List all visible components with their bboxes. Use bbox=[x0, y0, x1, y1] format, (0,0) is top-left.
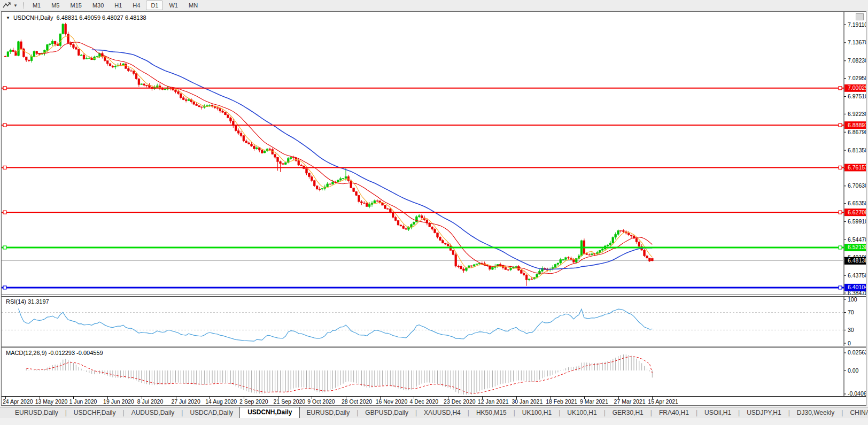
time-axis[interactable]: 24 Apr 202013 May 20201 Jun 202019 Jun 2… bbox=[2, 396, 866, 405]
time-axis-label: 19 Jun 2020 bbox=[103, 398, 134, 405]
svg-text:0.00: 0.00 bbox=[848, 367, 859, 374]
macd-pane: 0.0256230.00-0.040687 MACD(12,26,9) -0.0… bbox=[2, 348, 866, 396]
timeframe-button-m5[interactable]: M5 bbox=[46, 1, 64, 10]
svg-text:6.86790: 6.86790 bbox=[848, 129, 866, 135]
time-axis-label: 14 Aug 2020 bbox=[205, 398, 237, 405]
zigzag-line-icon bbox=[3, 2, 11, 9]
chart-tab-gbpusd-daily[interactable]: GBPUSD,Daily bbox=[359, 408, 415, 418]
time-axis-label: 1 Jun 2020 bbox=[69, 398, 97, 405]
chart-tab-ger30-h1[interactable]: GER30,H1 bbox=[606, 408, 650, 418]
chart-ohlc-values: 6.48831 6.49059 6.48027 6.48138 bbox=[56, 14, 146, 21]
time-axis-label: 4 Dec 2020 bbox=[409, 398, 438, 405]
time-axis-label: 23 Dec 2020 bbox=[444, 398, 476, 405]
svg-text:7.13670: 7.13670 bbox=[848, 39, 866, 45]
timeframe-button-m15[interactable]: M15 bbox=[65, 1, 86, 10]
time-axis-label: 9 Oct 2020 bbox=[307, 398, 335, 405]
time-axis-label: 28 Oct 2020 bbox=[342, 398, 372, 405]
svg-text:6.43750: 6.43750 bbox=[848, 272, 866, 279]
chart-collapse-icon[interactable]: ▼ bbox=[6, 16, 10, 20]
candles-layer bbox=[4, 23, 653, 286]
svg-text:6.97510: 6.97510 bbox=[848, 93, 866, 99]
svg-text:6.62709: 6.62709 bbox=[848, 209, 866, 215]
chart-tab-usdcad-daily[interactable]: USDCAD,Daily bbox=[183, 408, 239, 418]
price-axis[interactable]: 7.191107.136707.082307.029506.975106.922… bbox=[844, 12, 866, 295]
timeframe-button-d1[interactable]: D1 bbox=[146, 1, 163, 10]
price-chart-surface[interactable]: 7.191107.136707.082307.029506.975106.922… bbox=[2, 12, 866, 295]
chart-tab-usoil-h1[interactable]: USOil,H1 bbox=[698, 408, 738, 418]
chart-tab-eurusd-daily[interactable]: EURUSD,Daily bbox=[9, 408, 65, 418]
cursor-tool-icon[interactable] bbox=[2, 1, 12, 10]
svg-text:6.92230: 6.92230 bbox=[848, 111, 866, 117]
chart-tab-uk100-h1[interactable]: UK100,H1 bbox=[516, 408, 558, 418]
macd-signal-line bbox=[26, 357, 652, 393]
svg-text:6.54470: 6.54470 bbox=[848, 236, 866, 243]
svg-text:0: 0 bbox=[848, 340, 851, 346]
svg-text:6.76157: 6.76157 bbox=[848, 164, 866, 171]
svg-text:6.70630: 6.70630 bbox=[848, 182, 866, 189]
svg-text:6.48138: 6.48138 bbox=[848, 257, 866, 264]
macd-label: MACD(12,26,9) -0.012293 -0.004559 bbox=[6, 350, 103, 356]
time-axis-label: 8 Jul 2020 bbox=[137, 398, 163, 405]
time-axis-label: 27 Jul 2020 bbox=[172, 398, 200, 405]
chart-tab-xauusd-h4[interactable]: XAUUSD,H4 bbox=[417, 408, 467, 418]
chart-tab-hk50-m15[interactable]: HK50,M15 bbox=[470, 408, 513, 418]
time-axis-label: 24 Apr 2020 bbox=[3, 398, 33, 405]
time-axis-label: 27 Mar 2021 bbox=[614, 398, 646, 405]
svg-text:6.40104: 6.40104 bbox=[848, 284, 866, 290]
chart-tab-usdchf-daily[interactable]: USDCHF,Daily bbox=[67, 408, 122, 418]
current-price-label: 6.48138 bbox=[844, 257, 866, 265]
time-axis-label: 12 Jan 2021 bbox=[478, 398, 509, 405]
timeframe-button-mn[interactable]: MN bbox=[184, 1, 203, 10]
tool-dropdown-icon[interactable]: ▼ bbox=[13, 3, 18, 8]
svg-text:6.59910: 6.59910 bbox=[848, 218, 866, 225]
timeframe-button-h1[interactable]: H1 bbox=[110, 1, 127, 10]
time-axis-label: 30 Jan 2021 bbox=[512, 398, 543, 405]
chart-tab-dj30-weekly[interactable]: DJ30,Weekly bbox=[790, 408, 841, 418]
timeframe-button-m1[interactable]: M1 bbox=[28, 1, 45, 10]
time-axis-label: 15 Apr 2021 bbox=[648, 398, 678, 405]
top-toolbar: ▼ M1M5M15M30H1H4D1W1MN bbox=[0, 0, 868, 11]
svg-text:6.65350: 6.65350 bbox=[848, 200, 866, 206]
svg-text:6.81350: 6.81350 bbox=[848, 147, 866, 153]
time-axis-label: 2 Sep 2020 bbox=[239, 398, 268, 405]
svg-text:-0.040687: -0.040687 bbox=[848, 390, 866, 396]
chart-tab-china300-h1[interactable]: CHINA300,H1 bbox=[843, 408, 868, 418]
price-pane: 7.191107.136707.082307.029506.975106.922… bbox=[2, 12, 866, 295]
chart-tab-audusd-daily[interactable]: AUDUSD,Daily bbox=[125, 408, 181, 418]
timeframe-button-h4[interactable]: H4 bbox=[128, 1, 145, 10]
timeframe-buttons: M1M5M15M30H1H4D1W1MN bbox=[27, 1, 203, 10]
time-axis-label: 9 Mar 2021 bbox=[580, 398, 608, 405]
svg-text:7.08230: 7.08230 bbox=[848, 57, 866, 64]
svg-text:7.02950: 7.02950 bbox=[848, 75, 866, 81]
chart-tab-eurusd-daily[interactable]: EURUSD,Daily bbox=[300, 408, 356, 418]
rsi-chart-surface[interactable]: 10070300 bbox=[2, 297, 866, 346]
rsi-label: RSI(14) 31.3197 bbox=[6, 298, 49, 305]
chart-tab-usdjpy-h1[interactable]: USDJPY,H1 bbox=[740, 408, 787, 418]
chart-tab-uk100-h1[interactable]: UK100,H1 bbox=[561, 408, 603, 418]
svg-text:30: 30 bbox=[848, 327, 854, 333]
svg-text:6.88897: 6.88897 bbox=[848, 122, 866, 128]
svg-text:7.00029: 7.00029 bbox=[848, 84, 866, 91]
chart-scroll-thumb[interactable] bbox=[856, 13, 864, 20]
time-axis-label: 13 May 2020 bbox=[35, 398, 68, 405]
timeframe-button-m30[interactable]: M30 bbox=[88, 1, 108, 10]
svg-text:70: 70 bbox=[848, 309, 854, 315]
time-axis-label: 18 Feb 2021 bbox=[546, 398, 577, 405]
chart-tab-usdcnh-daily[interactable]: USDCNH,Daily bbox=[239, 407, 300, 418]
rsi-line bbox=[19, 308, 653, 341]
chart-title: ▼ USDCNH,Daily 6.48831 6.49059 6.48027 6… bbox=[6, 14, 146, 21]
chart-tabbar: EURUSD,Daily|USDCHF,Daily|AUDUSD,Daily|U… bbox=[0, 407, 868, 418]
svg-text:100: 100 bbox=[848, 297, 857, 303]
timeframe-button-w1[interactable]: W1 bbox=[164, 1, 183, 10]
level-lines-layer[interactable]: 7.000296.888976.761576.627096.521386.401… bbox=[2, 84, 866, 291]
ma-lines-layer bbox=[16, 36, 653, 278]
chart-window: 7.191107.136707.082307.029506.975106.922… bbox=[1, 11, 866, 406]
svg-text:6.52138: 6.52138 bbox=[848, 244, 866, 250]
svg-text:0.025623: 0.025623 bbox=[848, 349, 866, 356]
svg-text:7.19110: 7.19110 bbox=[848, 21, 866, 28]
rsi-pane: 10070300 RSI(14) 31.3197 bbox=[2, 297, 866, 346]
chart-tab-fra40-h1[interactable]: FRA40,H1 bbox=[653, 408, 695, 418]
macd-chart-surface[interactable]: 0.0256230.00-0.040687 bbox=[2, 348, 866, 396]
time-axis-label: 16 Nov 2020 bbox=[376, 398, 408, 405]
toolbar-grip[interactable] bbox=[23, 2, 24, 9]
